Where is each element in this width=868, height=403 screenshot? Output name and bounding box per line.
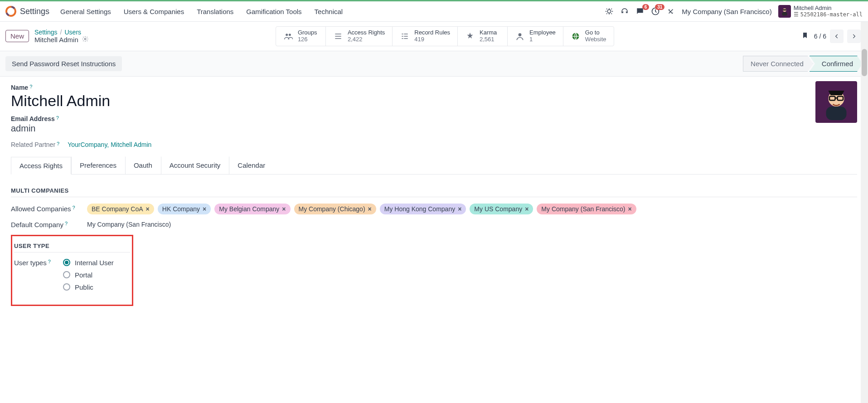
stat-goto-value: Website — [585, 36, 606, 43]
globe-icon — [571, 31, 581, 41]
remove-tag-icon[interactable]: × — [628, 205, 632, 213]
stat-groups[interactable]: Groups126 — [276, 27, 326, 46]
status-band: Send Password Reset Instructions Never C… — [0, 51, 868, 77]
remove-tag-icon[interactable]: × — [525, 205, 529, 213]
systray: 6 31 My Company (San Francisco) Mitchell… — [605, 5, 863, 18]
menu-gamification[interactable]: Gamification Tools — [246, 8, 301, 15]
new-button[interactable]: New — [5, 30, 29, 42]
tab-account-security[interactable]: Account Security — [161, 156, 229, 174]
breadcrumb-root[interactable]: Settings — [34, 29, 58, 36]
stat-access-rights[interactable]: Access Rights2,422 — [326, 27, 393, 46]
app-logo-icon[interactable] — [5, 6, 16, 17]
support-icon[interactable] — [620, 7, 629, 16]
company-switcher[interactable]: My Company (San Francisco) — [682, 8, 771, 15]
remove-tag-icon[interactable]: × — [282, 205, 286, 213]
svg-point-7 — [84, 39, 86, 40]
menu-users-companies[interactable]: Users & Companies — [124, 8, 184, 15]
topbar: Settings General Settings Users & Compan… — [0, 0, 868, 22]
company-tag-label: My Belgian Company — [219, 205, 279, 213]
svg-point-9 — [289, 34, 291, 36]
radio-public[interactable]: Public — [63, 283, 114, 291]
tabs: Access Rights Preferences Oauth Account … — [11, 156, 857, 175]
name-label: Name — [11, 84, 28, 91]
stat-employee[interactable]: Employee1 — [508, 27, 563, 46]
scrollbar-thumb[interactable] — [862, 49, 867, 76]
control-bar: New Settings / Users Mitchell Admin Grou… — [0, 22, 868, 51]
status-never-connected[interactable]: Never Connected — [743, 56, 813, 72]
tab-preferences[interactable]: Preferences — [71, 156, 125, 174]
company-tag[interactable]: My US Company× — [470, 204, 533, 214]
stat-access-rights-value: 2,422 — [348, 36, 385, 43]
activities-badge: 31 — [655, 4, 664, 10]
scrollbar[interactable] — [861, 22, 868, 324]
svg-rect-14 — [826, 107, 847, 120]
pager-next-button[interactable] — [847, 29, 861, 43]
send-password-reset-button[interactable]: Send Password Reset Instructions — [5, 56, 122, 71]
radio-portal[interactable]: Portal — [63, 271, 114, 279]
breadcrumb-parent[interactable]: Users — [65, 29, 82, 36]
stat-record-rules-value: 419 — [414, 36, 450, 43]
company-tag-label: My Company (Chicago) — [299, 205, 365, 213]
debug-icon[interactable] — [605, 7, 614, 16]
radio-label: Portal — [75, 271, 92, 279]
company-tag[interactable]: HK Company× — [158, 204, 211, 214]
pager-prev-button[interactable] — [830, 29, 844, 43]
breadcrumb-sep: / — [60, 29, 62, 36]
company-tag-label: BE Company CoA — [92, 205, 143, 213]
pager-text[interactable]: 6 / 6 — [814, 33, 826, 40]
allowed-companies-tags[interactable]: BE Company CoA× HK Company× My Belgian C… — [87, 204, 636, 214]
company-tag[interactable]: My Company (San Francisco)× — [537, 204, 636, 214]
company-tag[interactable]: BE Company CoA× — [87, 204, 154, 214]
stat-record-rules[interactable]: Record Rules419 — [393, 27, 458, 46]
activities-icon[interactable]: 31 — [651, 7, 660, 16]
stat-karma-label: Karma — [480, 29, 497, 36]
allowed-companies-label: Allowed Companies — [11, 205, 71, 213]
svg-rect-5 — [782, 12, 787, 15]
user-types-label: User types — [14, 259, 47, 267]
remove-tag-icon[interactable]: × — [146, 205, 150, 213]
bookmark-icon[interactable] — [801, 32, 809, 40]
employee-icon — [515, 31, 525, 41]
menu-general-settings[interactable]: General Settings — [60, 8, 111, 15]
related-partner-link[interactable]: YourCompany, Mitchell Admin — [68, 141, 151, 148]
remove-tag-icon[interactable]: × — [368, 205, 372, 213]
tab-calendar[interactable]: Calendar — [229, 156, 274, 174]
tools-icon[interactable] — [666, 7, 675, 16]
app-title[interactable]: Settings — [20, 7, 49, 16]
default-company-label: Default Company — [11, 221, 63, 228]
company-tag[interactable]: My Hong Kong Company× — [380, 204, 466, 214]
help-icon[interactable]: ? — [57, 141, 59, 146]
help-icon[interactable]: ? — [29, 84, 32, 89]
svg-point-2 — [608, 10, 611, 13]
user-menu[interactable]: Mitchell Admin ☰52502186-master-all — [778, 5, 863, 18]
stat-karma[interactable]: Karma2,561 — [458, 27, 508, 46]
help-icon[interactable]: ? — [48, 259, 51, 264]
status-confirmed[interactable]: Confirmed — [810, 56, 863, 72]
user-name: Mitchell Admin — [794, 5, 863, 11]
users-icon — [283, 31, 293, 41]
help-icon[interactable]: ? — [56, 115, 59, 121]
section-user-type: USER TYPE — [14, 243, 130, 252]
stat-go-to-website[interactable]: Go toWebsite — [563, 27, 614, 46]
pager: 6 / 6 — [814, 29, 861, 43]
menu-translations[interactable]: Translations — [197, 8, 233, 15]
help-icon[interactable]: ? — [65, 221, 68, 226]
radio-icon — [63, 259, 70, 266]
name-value[interactable]: Mitchell Admin — [11, 92, 857, 110]
stat-employee-label: Employee — [529, 29, 556, 36]
gear-icon[interactable] — [82, 36, 88, 44]
messages-icon[interactable]: 6 — [635, 7, 645, 16]
tab-oauth[interactable]: Oauth — [125, 156, 161, 174]
radio-internal-user[interactable]: Internal User — [63, 259, 114, 267]
default-company-value[interactable]: My Company (San Francisco) — [87, 221, 171, 228]
remove-tag-icon[interactable]: × — [458, 205, 461, 213]
company-tag[interactable]: My Belgian Company× — [214, 204, 290, 214]
menu-technical[interactable]: Technical — [315, 8, 343, 15]
user-photo[interactable] — [815, 81, 857, 123]
list-icon — [333, 31, 343, 41]
help-icon[interactable]: ? — [73, 205, 75, 210]
remove-tag-icon[interactable]: × — [203, 205, 206, 213]
email-value[interactable]: admin — [11, 123, 857, 134]
tab-access-rights[interactable]: Access Rights — [11, 157, 71, 175]
company-tag[interactable]: My Company (Chicago)× — [294, 204, 376, 214]
